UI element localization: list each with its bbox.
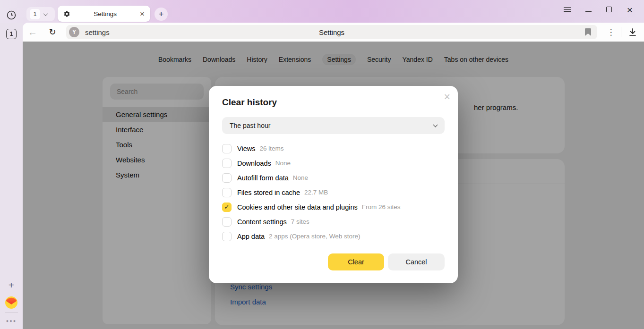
option-label: Downloads <box>237 160 271 167</box>
back-icon[interactable]: ← <box>23 23 43 42</box>
window-close-button[interactable]: × <box>619 0 640 19</box>
minimize-button[interactable] <box>578 0 599 19</box>
gear-icon <box>63 10 70 17</box>
clear-option-row: ✓ Files stored in cache 22.7 MB <box>222 185 448 200</box>
yandex-mail-icon[interactable] <box>5 296 17 309</box>
window-controls: × <box>557 0 640 19</box>
checkbox[interactable]: ✓ <box>222 173 232 183</box>
maximize-button[interactable] <box>599 0 619 19</box>
option-label: Views <box>237 145 255 152</box>
cancel-button[interactable]: Cancel <box>388 253 445 270</box>
toolbar-more-icon[interactable]: ⋮ <box>601 23 621 42</box>
dialog-title: Clear history <box>222 97 277 108</box>
reload-icon[interactable]: ↻ <box>43 23 62 42</box>
checkbox[interactable]: ✓ <box>222 159 232 168</box>
option-label: Files stored in cache <box>237 189 300 196</box>
checkbox[interactable]: ✓ <box>222 188 232 197</box>
rail-tab-count[interactable]: 1 <box>6 29 17 39</box>
clear-history-dialog: Clear history × The past hour ✓ Views 26… <box>209 86 458 283</box>
tab-settings[interactable]: Settings × <box>58 6 150 22</box>
option-label: App data <box>237 233 265 240</box>
tab-group-control[interactable]: 1 <box>26 7 55 21</box>
option-detail: 2 apps (Opera store, Web store) <box>269 233 360 240</box>
content-window: ← ↻ Y settings Settings ⋮ BookmarksDownl… <box>23 23 644 329</box>
checkbox[interactable]: ✓ <box>222 217 232 227</box>
toolbar: ← ↻ Y settings Settings ⋮ <box>23 23 644 42</box>
url-text: settings <box>85 28 110 36</box>
dialog-close-icon[interactable]: × <box>444 92 450 102</box>
chevron-down-icon <box>43 11 48 16</box>
clear-button[interactable]: Clear <box>328 253 384 270</box>
tab-close-icon[interactable]: × <box>140 10 145 18</box>
chevron-down-icon <box>433 122 438 127</box>
bookmark-icon[interactable] <box>582 27 593 37</box>
option-detail: From 26 sites <box>362 203 401 211</box>
clear-option-row: ✓ Downloads None <box>222 156 448 170</box>
time-range-value: The past hour <box>230 122 434 129</box>
option-label: Cookies and other site data and plugins <box>237 203 358 211</box>
tab-count-badge: 1 <box>30 9 40 19</box>
titlebar: 1 Settings × + × <box>0 0 644 23</box>
option-detail: None <box>275 160 291 167</box>
check-icon: ✓ <box>224 203 230 211</box>
option-detail: 7 sites <box>291 218 309 225</box>
option-detail: 26 items <box>259 145 283 152</box>
rail-divider <box>5 312 18 313</box>
history-clock-icon[interactable] <box>6 10 17 20</box>
option-detail: None <box>293 174 308 181</box>
checkbox[interactable]: ✓ <box>222 202 232 212</box>
omnibox-page-title: Settings <box>66 28 597 36</box>
browser-menu-icon[interactable] <box>557 0 578 19</box>
downloads-icon[interactable] <box>621 23 644 42</box>
option-detail: 22.7 MB <box>304 189 328 196</box>
clear-options-list: ✓ Views 26 items ✓ Downloads None ✓ Auto… <box>222 141 448 244</box>
checkbox[interactable]: ✓ <box>222 232 232 241</box>
checkbox[interactable]: ✓ <box>222 144 232 153</box>
rail-more-icon[interactable]: ●●● <box>0 319 23 323</box>
clear-option-row: ✓ Content settings 7 sites <box>222 214 448 229</box>
option-label: Autofill form data <box>237 174 289 182</box>
time-range-select[interactable]: The past hour <box>222 117 445 134</box>
settings-page: BookmarksDownloadsHistoryExtensionsSetti… <box>23 42 644 329</box>
rail-add-icon[interactable]: + <box>0 279 23 291</box>
new-tab-button[interactable]: + <box>155 8 168 21</box>
clear-option-row: ✓ Cookies and other site data and plugin… <box>222 200 448 214</box>
clear-option-row: ✓ Autofill form data None <box>222 170 448 185</box>
option-label: Content settings <box>237 218 287 226</box>
site-icon: Y <box>69 27 79 37</box>
left-rail: 1 + ●●● <box>0 23 23 329</box>
clear-option-row: ✓ App data 2 apps (Opera store, Web stor… <box>222 229 448 244</box>
clear-option-row: ✓ Views 26 items <box>222 141 448 156</box>
tab-title: Settings <box>70 10 140 17</box>
address-bar[interactable]: Y settings Settings <box>66 25 597 39</box>
